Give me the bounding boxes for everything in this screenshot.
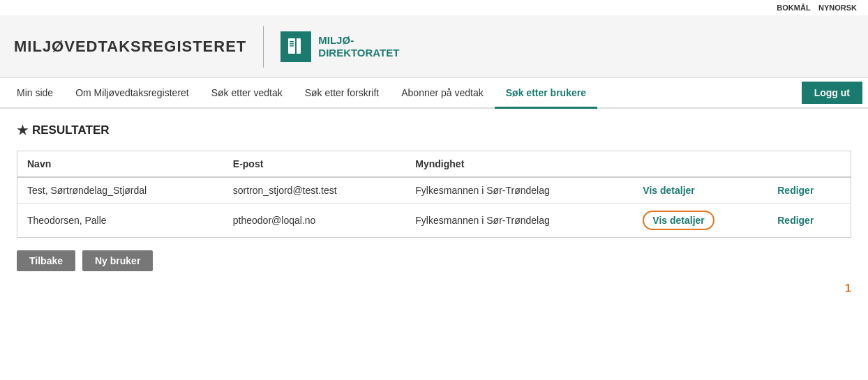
svg-rect-2 <box>290 41 294 43</box>
nynorsk-link[interactable]: NYNORSK <box>818 3 857 12</box>
vis-detaljer-link-1[interactable]: Vis detaljer <box>643 185 694 196</box>
tab-forskrift[interactable]: Søk etter forskrift <box>294 78 391 109</box>
logo-block: MILJØ- DIREKTORATET <box>280 31 399 62</box>
table-row: Theodorsen, Palle ptheodor@loqal.no Fylk… <box>17 204 851 238</box>
logo-text: MILJØ- DIREKTORATET <box>318 34 399 59</box>
nav-bar: Min side Om Miljøvedtaksregisteret Søk e… <box>0 78 868 109</box>
cell-epost: sortron_stjord@test.test <box>223 177 406 204</box>
logo-icon <box>280 31 311 62</box>
tab-vedtak[interactable]: Søk etter vedtak <box>200 78 294 109</box>
cell-navn: Theodorsen, Palle <box>17 204 223 238</box>
table-row: Test, Sørtrøndelag_Stjørdal sortron_stjo… <box>17 177 851 204</box>
main-content: ★ RESULTATER Navn E-post Myndighet Test,… <box>0 109 868 309</box>
col-actions1 <box>633 151 768 178</box>
cell-navn: Test, Sørtrøndelag_Stjørdal <box>17 177 223 204</box>
cell-vis-detaljer-highlighted: Vis detaljer <box>633 204 768 238</box>
bokmaal-link[interactable]: BOKMÅL <box>777 3 810 12</box>
rediger-link-2[interactable]: Rediger <box>777 215 814 226</box>
svg-rect-3 <box>290 43 294 45</box>
col-actions2 <box>768 151 851 178</box>
cell-myndighet: Fylkesmannen i Sør-Trøndelag <box>405 177 633 204</box>
book-icon <box>286 37 306 56</box>
vis-detaljer-link-2-highlighted[interactable]: Vis detaljer <box>643 211 714 230</box>
results-table: Navn E-post Myndighet Test, Sørtrøndelag… <box>17 151 851 238</box>
section-title-text: RESULTATER <box>32 123 110 137</box>
tilbake-button[interactable]: Tilbake <box>17 250 75 271</box>
pagination: 1 <box>17 282 851 295</box>
col-myndighet: Myndighet <box>405 151 633 178</box>
star-icon: ★ <box>17 123 28 138</box>
tab-min-side[interactable]: Min side <box>6 78 64 109</box>
col-epost: E-post <box>223 151 406 178</box>
cell-rediger-2: Rediger <box>768 204 851 238</box>
tab-brukere[interactable]: Søk etter brukere <box>495 78 597 109</box>
site-header: MILJØVEDTAKSREGISTERET MILJØ- DIREKTORAT… <box>0 15 868 78</box>
col-navn: Navn <box>17 151 223 178</box>
section-title: ★ RESULTATER <box>17 123 851 138</box>
cell-epost: ptheodor@loqal.no <box>223 204 406 238</box>
svg-rect-1 <box>295 38 297 54</box>
cell-rediger: Rediger <box>768 177 851 204</box>
action-buttons: Tilbake Ny bruker <box>17 250 851 271</box>
language-bar: BOKMÅL NYNORSK <box>0 0 868 15</box>
header-divider <box>263 26 264 68</box>
svg-rect-4 <box>290 45 294 47</box>
tab-om[interactable]: Om Miljøvedtaksregisteret <box>64 78 200 109</box>
tab-abonner[interactable]: Abonner på vedtak <box>390 78 495 109</box>
site-title: MILJØVEDTAKSREGISTERET <box>14 38 246 56</box>
rediger-link-1[interactable]: Rediger <box>777 185 814 196</box>
cell-myndighet: Fylkesmannen i Sør-Trøndelag <box>405 204 633 238</box>
nav-spacer <box>597 78 802 107</box>
ny-bruker-button[interactable]: Ny bruker <box>82 250 153 271</box>
logout-button[interactable]: Logg ut <box>802 82 862 104</box>
cell-vis-detaljer: Vis detaljer <box>633 177 768 204</box>
